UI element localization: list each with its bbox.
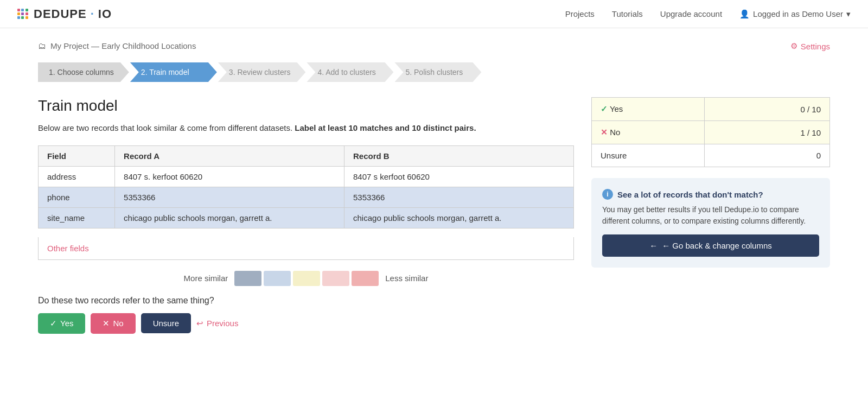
field-site-name: site_name <box>39 207 115 228</box>
records-table: Field Record A Record B address 8407 s. … <box>38 145 574 228</box>
score-no-row: ✕ No 1 / 10 <box>592 121 830 144</box>
sim-bar-2 <box>264 271 291 286</box>
sim-bar-5 <box>352 271 379 286</box>
no-x-icon: ✕ <box>103 319 110 328</box>
col-field: Field <box>39 145 115 166</box>
right-panel: ✓ Yes 0 / 10 ✕ No 1 / 10 Unsure 0 <box>591 97 830 268</box>
score-unsure-value: 0 <box>705 144 830 167</box>
go-back-label: ← Go back & change columns <box>662 241 772 250</box>
table-row: address 8407 s. kerfoot 60620 8407 s ker… <box>39 166 574 187</box>
user-menu[interactable]: 👤 Logged in as Demo User ▾ <box>739 9 851 19</box>
step-1-label: 1. Choose columns <box>49 68 114 77</box>
record-a-phone: 5353366 <box>115 187 344 207</box>
step-choose-columns[interactable]: 1. Choose columns <box>38 62 129 82</box>
settings-link[interactable]: ⚙ Settings <box>790 41 830 51</box>
action-buttons: ✓ Yes ✕ No Unsure ↩ Previous <box>38 313 574 334</box>
score-yes-row: ✓ Yes 0 / 10 <box>592 98 830 121</box>
similarity-bars <box>234 271 379 286</box>
logo-text-io: IO <box>98 7 112 21</box>
step-train-model[interactable]: 2. Train model <box>130 62 217 82</box>
previous-button[interactable]: ↩ Previous <box>196 319 238 328</box>
breadcrumb: 🗂 My Project — Early Childhood Locations <box>38 41 196 50</box>
steps-nav: 1. Choose columns 2. Train model 3. Revi… <box>38 62 830 82</box>
step-4-label: 4. Add to clusters <box>317 68 375 77</box>
table-row: site_name chicago public schools morgan,… <box>39 207 574 228</box>
yes-check-icon: ✓ <box>601 104 608 113</box>
logo-text-dedupe: DEDUPE <box>34 7 87 21</box>
page-title: Train model <box>38 97 574 115</box>
breadcrumb-text: My Project — Early Childhood Locations <box>50 41 196 50</box>
nav-upgrade[interactable]: Upgrade account <box>660 9 722 18</box>
logo-grid-icon <box>17 9 28 20</box>
tip-text: You may get better results if you tell D… <box>602 204 819 227</box>
similarity-row: More similar Less similar <box>38 271 574 286</box>
sim-bar-1 <box>234 271 261 286</box>
previous-arrow-icon: ↩ <box>196 319 203 328</box>
score-unsure-label: Unsure <box>592 144 705 167</box>
settings-label: Settings <box>801 42 830 51</box>
score-unsure-row: Unsure 0 <box>592 144 830 167</box>
previous-label: Previous <box>207 319 238 328</box>
score-yes-label: ✓ Yes <box>592 98 705 121</box>
field-address: address <box>39 166 115 187</box>
left-panel: Train model Below are two records that l… <box>38 97 574 334</box>
go-back-change-columns-button[interactable]: ← ← Go back & change columns <box>602 234 819 257</box>
tip-title-text: See a lot of records that don't match? <box>617 190 763 199</box>
logo: DEDUPE·IO <box>17 7 112 21</box>
no-label: No <box>113 319 123 328</box>
other-fields-link[interactable]: Other fields <box>38 237 574 260</box>
sim-bar-3 <box>293 271 320 286</box>
main-container: 🗂 My Project — Early Childhood Locations… <box>16 28 852 347</box>
question-text: Do these two records refer to the same t… <box>38 296 574 306</box>
navbar-right: Projects Tutorials Upgrade account 👤 Log… <box>565 9 851 19</box>
table-row: phone 5353366 5353366 <box>39 187 574 207</box>
description: Below are two records that look similar … <box>38 122 574 135</box>
tip-info-icon: i <box>602 189 613 200</box>
step-review-clusters[interactable]: 3. Review clusters <box>218 62 306 82</box>
tip-box: i See a lot of records that don't match?… <box>591 178 830 268</box>
more-similar-label: More similar <box>184 274 228 283</box>
scoring-table: ✓ Yes 0 / 10 ✕ No 1 / 10 Unsure 0 <box>591 97 830 167</box>
settings-gear-icon: ⚙ <box>790 41 797 51</box>
navbar: DEDUPE·IO Projects Tutorials Upgrade acc… <box>0 0 868 28</box>
less-similar-label: Less similar <box>385 274 428 283</box>
description-plain: Below are two records that look similar … <box>38 123 292 132</box>
user-icon: 👤 <box>739 9 750 19</box>
record-a-site-name: chicago public schools morgan, garrett a… <box>115 207 344 228</box>
tip-title: i See a lot of records that don't match? <box>602 189 819 200</box>
description-bold: Label at least 10 matches and 10 distinc… <box>295 123 476 132</box>
yes-button[interactable]: ✓ Yes <box>38 313 85 334</box>
score-no-value: 1 / 10 <box>705 121 830 144</box>
score-no-label: ✕ No <box>592 121 705 144</box>
record-b-address: 8407 s kerfoot 60620 <box>344 166 574 187</box>
nav-tutorials[interactable]: Tutorials <box>612 9 643 18</box>
content-area: Train model Below are two records that l… <box>38 97 830 334</box>
col-record-a: Record A <box>115 145 344 166</box>
unsure-label: Unsure <box>153 319 179 328</box>
user-label: Logged in as Demo User <box>753 9 843 18</box>
score-yes-value: 0 / 10 <box>705 98 830 121</box>
step-3-label: 3. Review clusters <box>229 68 291 77</box>
step-5-label: 5. Polish clusters <box>405 68 463 77</box>
header-row: 🗂 My Project — Early Childhood Locations… <box>38 41 830 60</box>
field-phone: phone <box>39 187 115 207</box>
user-chevron-icon: ▾ <box>846 9 851 19</box>
step-polish-clusters[interactable]: 5. Polish clusters <box>394 62 481 82</box>
unsure-button[interactable]: Unsure <box>141 313 191 333</box>
sim-bar-4 <box>322 271 349 286</box>
yes-label: Yes <box>60 319 73 328</box>
no-x-icon: ✕ <box>601 128 608 137</box>
breadcrumb-icon: 🗂 <box>38 41 46 50</box>
yes-check-icon: ✓ <box>50 319 57 328</box>
record-b-phone: 5353366 <box>344 187 574 207</box>
step-add-to-clusters[interactable]: 4. Add to clusters <box>307 62 393 82</box>
go-back-arrow-icon: ← <box>649 241 658 250</box>
navbar-left: DEDUPE·IO <box>17 7 112 21</box>
record-a-address: 8407 s. kerfoot 60620 <box>115 166 344 187</box>
record-b-site-name: chicago public schools morgan, garrett a… <box>344 207 574 228</box>
col-record-b: Record B <box>344 145 574 166</box>
nav-projects[interactable]: Projects <box>565 9 595 18</box>
step-2-label: 2. Train model <box>141 68 189 77</box>
no-button[interactable]: ✕ No <box>91 313 135 334</box>
